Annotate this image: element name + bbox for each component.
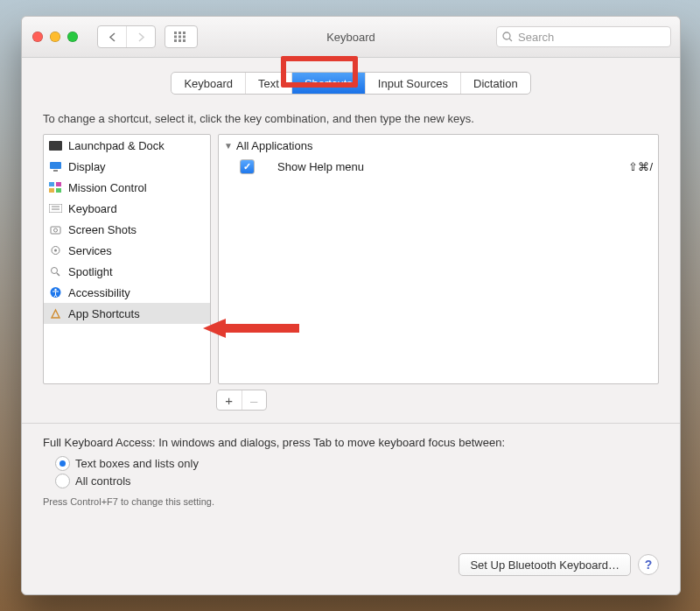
shortcut-keys[interactable]: ⇧⌘/ (628, 160, 653, 173)
fka-hint: Press Control+F7 to change this setting. (43, 496, 659, 507)
tab-keyboard[interactable]: Keyboard (172, 73, 246, 94)
add-remove-buttons: + – (216, 390, 267, 411)
tabs-row: Keyboard Text Shortcuts Input Sources Di… (22, 58, 680, 109)
sidebar-item-services[interactable]: Services (44, 240, 210, 261)
svg-point-28 (54, 289, 56, 291)
shortcut-row[interactable]: ✓ Show Help menu ⇧⌘/ (219, 156, 658, 177)
tab-text[interactable]: Text (246, 73, 292, 94)
svg-rect-18 (49, 204, 62, 213)
sidebar-item-keyboard[interactable]: Keyboard (44, 198, 210, 219)
category-list[interactable]: Launchpad & Dock Display Mission Control… (43, 134, 211, 384)
minimize-icon[interactable] (50, 32, 60, 42)
sidebar-item-mission-control[interactable]: Mission Control (44, 177, 210, 198)
search-icon (502, 32, 513, 42)
help-button[interactable]: ? (638, 554, 659, 575)
spotlight-icon (49, 266, 62, 277)
tabs: Keyboard Text Shortcuts Input Sources Di… (171, 72, 530, 95)
instruction-text: To change a shortcut, select it, click t… (43, 112, 659, 125)
bottom-bar: Set Up Bluetooth Keyboard… ? (43, 530, 659, 586)
remove-button: – (242, 390, 267, 410)
fka-option-textboxes[interactable]: Text boxes and lists only (55, 454, 659, 472)
sidebar-item-accessibility[interactable]: Accessibility (44, 282, 210, 303)
tab-input-sources[interactable]: Input Sources (366, 73, 461, 94)
mission-icon (49, 182, 62, 193)
svg-point-24 (54, 249, 57, 252)
shortcut-label: Show Help menu (277, 160, 364, 173)
svg-rect-13 (53, 170, 58, 172)
svg-rect-6 (174, 39, 177, 42)
accessibility-icon (49, 287, 62, 298)
search-placeholder: Search (518, 31, 554, 44)
svg-rect-15 (56, 182, 61, 186)
add-button[interactable]: + (217, 390, 242, 410)
sidebar-item-launchpad[interactable]: Launchpad & Dock (44, 135, 210, 156)
services-icon (49, 245, 62, 256)
svg-rect-5 (183, 36, 186, 39)
sidebar-item-app-shortcuts[interactable]: App Shortcuts (44, 303, 210, 324)
svg-rect-0 (174, 32, 177, 34)
shortcut-group-label: All Applications (236, 139, 312, 152)
bluetooth-keyboard-button[interactable]: Set Up Bluetooth Keyboard… (458, 553, 631, 576)
panes: Launchpad & Dock Display Mission Control… (43, 134, 659, 384)
svg-rect-7 (178, 39, 181, 42)
svg-rect-17 (56, 188, 61, 193)
titlebar: Keyboard Search (22, 17, 680, 58)
sidebar-item-screenshots[interactable]: Screen Shots (44, 219, 210, 240)
fka-option-allcontrols[interactable]: All controls (55, 472, 659, 489)
svg-line-26 (57, 273, 60, 276)
svg-rect-14 (49, 182, 54, 186)
fka-heading: Full Keyboard Access: In windows and dia… (43, 436, 659, 449)
radio-icon[interactable] (55, 474, 70, 488)
svg-rect-11 (49, 141, 62, 151)
display-icon (49, 161, 62, 172)
tab-dictation[interactable]: Dictation (461, 73, 530, 94)
sidebar-item-display[interactable]: Display (44, 156, 210, 177)
svg-point-25 (52, 268, 58, 274)
close-icon[interactable] (32, 32, 43, 42)
disclosure-triangle-icon[interactable]: ▼ (224, 141, 233, 151)
traffic-lights (32, 32, 78, 42)
show-all-button[interactable] (164, 25, 198, 48)
divider (22, 423, 680, 424)
svg-point-22 (54, 228, 58, 232)
shortcut-group-row[interactable]: ▼ All Applications (219, 135, 658, 156)
svg-rect-2 (183, 32, 186, 34)
nav-back-forward (97, 25, 156, 48)
svg-line-10 (509, 39, 512, 41)
preferences-window: Keyboard Search Keyboard Text Shortcuts … (21, 16, 681, 595)
tab-shortcuts[interactable]: Shortcuts (292, 73, 366, 94)
sidebar-item-spotlight[interactable]: Spotlight (44, 261, 210, 282)
back-button[interactable] (98, 26, 126, 47)
svg-rect-3 (174, 36, 177, 39)
shortcut-list[interactable]: ▼ All Applications ✓ Show Help menu ⇧⌘/ (218, 134, 659, 384)
search-input[interactable]: Search (496, 26, 671, 47)
zoom-icon[interactable] (67, 32, 78, 42)
svg-rect-8 (183, 39, 186, 42)
svg-rect-16 (49, 188, 54, 193)
screenshots-icon (49, 224, 62, 235)
launchpad-icon (49, 140, 62, 151)
svg-rect-21 (51, 227, 60, 234)
apps-icon (49, 308, 62, 320)
svg-rect-12 (50, 162, 61, 169)
svg-rect-4 (178, 36, 181, 39)
keyboard-icon (49, 203, 62, 214)
radio-icon[interactable] (55, 456, 70, 471)
forward-button[interactable] (126, 26, 155, 47)
body: To change a shortcut, select it, click t… (22, 109, 680, 594)
svg-rect-1 (178, 32, 181, 34)
shortcut-checkbox[interactable]: ✓ (240, 159, 255, 174)
svg-point-9 (503, 32, 510, 39)
